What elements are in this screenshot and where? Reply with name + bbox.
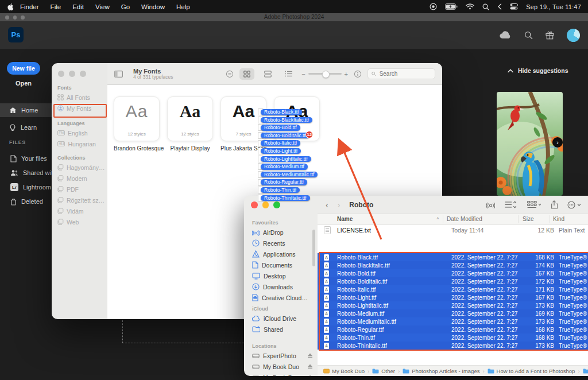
new-file-button[interactable]: New file <box>7 62 40 75</box>
info-icon[interactable] <box>354 70 362 78</box>
dragged-file[interactable]: Roboto-Thin.ttf <box>258 187 300 193</box>
path-crumb-folder[interactable]: Roboto <box>583 368 588 374</box>
dragged-file[interactable]: Roboto-ThinItalic.ttf <box>258 195 310 201</box>
sidebar-item-recents[interactable]: Recents <box>244 238 318 249</box>
zoom-in-icon[interactable]: + <box>345 71 348 77</box>
sidebar-item-creative-cloud[interactable]: Creative Cloud… <box>244 292 318 303</box>
dragged-file[interactable]: Roboto-Bold.ttf <box>258 125 300 131</box>
file-row-selected[interactable]: A Roboto-BoldItalic.ttf 2022. September … <box>318 277 588 285</box>
search-input[interactable] <box>378 70 431 77</box>
dragged-file[interactable]: Roboto-Italic.ttf <box>258 140 300 146</box>
menu-item[interactable]: File <box>45 3 67 10</box>
carousel-next-button[interactable]: › <box>552 137 563 148</box>
search-icon[interactable] <box>524 31 533 40</box>
grid-view-button[interactable] <box>239 68 254 80</box>
eject-icon[interactable] <box>307 364 313 369</box>
eject-icon[interactable] <box>307 353 313 358</box>
samples-view-button[interactable] <box>260 68 275 80</box>
forward-button[interactable]: › <box>338 200 341 210</box>
sidebar-item-collection[interactable]: PDF <box>52 184 107 195</box>
hide-suggestions-button[interactable]: Hide suggestions <box>508 67 568 74</box>
file-row-selected[interactable]: A Roboto-Thin.ttf 2022. September 22. 7:… <box>318 334 588 342</box>
open-button[interactable]: Open <box>7 80 40 87</box>
file-row-selected[interactable]: A Roboto-Light.ttf 2022. September 22. 7… <box>318 293 588 301</box>
menu-item[interactable]: Window <box>136 3 171 10</box>
path-crumb-folder[interactable]: Photoshop Articles - Images <box>403 368 479 374</box>
sidebar-item-airdrop[interactable]: AirDrop <box>244 227 318 238</box>
sidebar-item-lightroom[interactable]: Lr Lightroom <box>0 181 52 193</box>
column-header-name[interactable]: Name <box>337 216 353 222</box>
dragged-file[interactable]: Roboto-Regular.ttf <box>258 179 307 185</box>
sidebar-item-your-files[interactable]: Your files <box>0 152 52 165</box>
preview-size-slider[interactable]: − + <box>301 71 348 77</box>
back-button[interactable]: ‹ <box>326 200 328 210</box>
share-icon[interactable] <box>551 200 558 209</box>
control-center-icon[interactable] <box>510 3 518 10</box>
window-close-button[interactable] <box>251 201 258 208</box>
sidebar-item-desktop[interactable]: Desktop <box>244 270 318 281</box>
sidebar-item-all-fonts[interactable]: All Fonts <box>52 92 107 103</box>
screen-record-icon[interactable] <box>430 3 437 10</box>
list-view-button[interactable] <box>281 68 296 80</box>
sidebar-item-icloud-drive[interactable]: iCloud Drive <box>244 313 318 324</box>
chevron-left-icon[interactable] <box>497 3 502 10</box>
battery-icon[interactable] <box>445 3 458 10</box>
sidebar-item-mybookduo-drive[interactable]: My Book Duo <box>244 361 318 372</box>
menu-item[interactable]: Finder <box>14 3 45 10</box>
path-crumb-folder[interactable]: How to Add a Font to Photoshop <box>488 368 575 374</box>
sidebar-item-shared[interactable]: Shared <box>244 324 318 335</box>
eject-icon[interactable] <box>307 375 313 376</box>
sidebar-item-collection[interactable]: Modern <box>52 173 107 184</box>
group-by-icon[interactable] <box>527 201 541 208</box>
file-row-selected[interactable]: A Roboto-MediumItalic.ttf 2022. Septembe… <box>318 317 588 325</box>
preview-options-icon[interactable] <box>226 70 234 78</box>
sidebar-scrollbar[interactable] <box>312 230 315 266</box>
menu-item[interactable]: View <box>90 3 115 10</box>
sidebar-item-applications[interactable]: Applications <box>244 249 318 259</box>
slider-knob[interactable] <box>322 71 330 78</box>
sidebar-item-language[interactable]: HU Hungarian <box>52 138 107 149</box>
font-card[interactable]: Aa 12 styles Brandon Grotesque <box>114 96 160 152</box>
sidebar-item-expertphoto-drive[interactable]: ExpertPhoto <box>244 350 318 361</box>
sidebar-item-learn[interactable]: Learn <box>0 121 52 134</box>
file-row-selected[interactable]: A Roboto-ThinItalic.ttf 2022. September … <box>318 342 588 350</box>
file-row-selected[interactable]: A Roboto-Bold.ttf 2022. September 22. 7:… <box>318 269 588 277</box>
menu-item[interactable]: Help <box>171 3 196 10</box>
dragged-file[interactable]: Roboto-MediumItalic.ttf <box>258 172 318 178</box>
menu-item[interactable]: Edit <box>67 3 90 10</box>
sidebar-item-deleted[interactable]: Deleted <box>0 195 52 208</box>
path-crumb-folder[interactable]: Other <box>372 368 395 374</box>
column-header-kind[interactable]: Kind <box>553 216 564 222</box>
view-options-icon[interactable] <box>505 201 517 208</box>
sidebar-item-shared-with-you[interactable]: Shared with <box>0 166 52 179</box>
file-row-selected[interactable]: A Roboto-Black.ttf 2022. September 22. 7… <box>318 253 588 261</box>
more-options-icon[interactable] <box>567 201 582 209</box>
dragged-file[interactable]: Roboto-BoldItalic.ttf 12 <box>258 133 310 139</box>
wifi-icon[interactable] <box>466 3 474 10</box>
sidebar-item-documents[interactable]: Documents <box>244 259 318 270</box>
sidebar-item-collection[interactable]: Vidám <box>52 205 107 216</box>
sidebar-toggle-icon[interactable] <box>114 71 123 77</box>
menu-item[interactable]: Go <box>115 3 136 10</box>
menu-bar-clock[interactable]: Sep 19., Tue 11:47 <box>526 3 581 10</box>
sidebar-item-mybookduo-drive[interactable]: My Book Duo <box>244 372 318 376</box>
sidebar-item-home[interactable]: Home <box>0 103 52 117</box>
cloud-sync-icon[interactable] <box>500 31 512 39</box>
file-row-selected[interactable]: A Roboto-Regular.ttf 2022. September 22.… <box>318 325 588 334</box>
path-crumb-drive[interactable]: My Book Duo <box>323 368 365 374</box>
search-field[interactable] <box>368 68 435 79</box>
spotlight-search-icon[interactable] <box>482 3 489 10</box>
file-row-selected[interactable]: A Roboto-Italic.ttf 2022. September 22. … <box>318 285 588 293</box>
airdrop-icon[interactable] <box>486 201 495 209</box>
sidebar-item-downloads[interactable]: Downloads <box>244 281 318 292</box>
dragged-file[interactable]: Roboto-BlackItalic.ttf <box>258 117 312 123</box>
dragged-file[interactable]: Roboto-Light.ttf <box>258 148 301 154</box>
gift-icon[interactable] <box>546 31 554 40</box>
sidebar-item-collection[interactable]: Web <box>52 216 107 227</box>
file-row-selected[interactable]: A Roboto-LightItalic.ttf 2022. September… <box>318 301 588 309</box>
font-card[interactable]: Aa 12 styles Playfair Display <box>167 96 213 152</box>
dragged-files-stack[interactable]: Roboto-Black.ttf Roboto-BlackItalic.ttf … <box>258 109 318 203</box>
file-row-license[interactable]: LICENSE.txt Today 11:44 12 KB Plain Text <box>318 224 588 235</box>
dragged-file[interactable]: Roboto-Black.ttf <box>258 109 302 115</box>
file-row-selected[interactable]: A Roboto-BlackItalic.ttf 2022. September… <box>318 261 588 269</box>
